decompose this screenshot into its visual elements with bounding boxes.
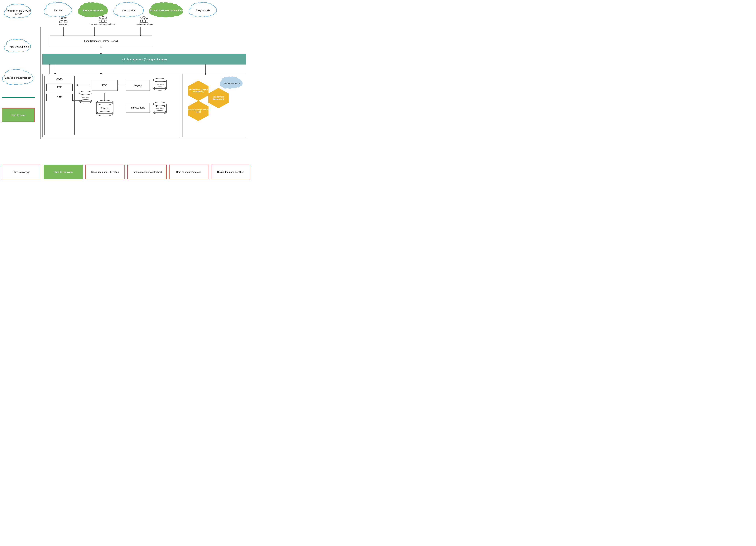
saas-label: SaaS Applications [222, 81, 242, 86]
cloud-cloud-native-label: Cloud native [121, 8, 137, 14]
cloud-expand-business-label: Expand business capabilities [148, 8, 184, 14]
inhouse-box: In-house Tools [126, 103, 150, 113]
cloud-automation-devops: Automation and DevOps (CI/CD) [3, 3, 35, 22]
svg-point-5 [105, 17, 107, 19]
svg-point-6 [141, 17, 142, 19]
svg-point-8 [146, 17, 148, 19]
main-diagram: SOAP/XML REST/JSON, GraphQL, Websocket [40, 27, 248, 139]
svg-point-0 [60, 17, 62, 19]
legacy-box: Legacy [126, 80, 150, 91]
hard-manage-label: Hard to manage [13, 171, 30, 173]
bottom-box-hard-monitor: Hard to monitor/troubleshoot [127, 165, 167, 179]
new-services-box: New services (Legacy functionality) New … [183, 74, 246, 137]
hex-legacy-func-label: New services (Legacy functionality) [186, 88, 210, 94]
hex-inhouse-label: New services (in-house tools) [186, 108, 210, 114]
bottom-box-hard-manage: Hard to manage [2, 165, 41, 179]
divider-line [2, 97, 35, 98]
legacy-components-box: COTS ERP CRM User store [42, 74, 180, 137]
hard-to-scale-label: Hard to scale [11, 114, 26, 117]
appdev-label: Application Developers [136, 23, 153, 25]
person-group-appdev: Application Developers [136, 16, 153, 25]
distributed-label: Distributed user identities [217, 171, 244, 173]
hard-monitor-label: Hard to monitor/troubleshoot [132, 171, 162, 173]
bottom-box-hard-update: Hard to update/upgrade [169, 165, 208, 179]
erp-box: ERP [46, 84, 73, 91]
cloud-automation-label: Automation and DevOps (CI/CD) [3, 8, 35, 17]
user-store-cots-label: User store [82, 96, 89, 98]
cots-label: COTS [56, 78, 62, 81]
crm-label: CRM [57, 96, 62, 99]
svg-point-3 [99, 17, 101, 19]
rest-label: REST/JSON, GraphQL, Websocket [90, 23, 116, 25]
cloud-easy-manage-label: Easy to manage/monitor [3, 75, 32, 81]
cloud-easy-innovate-label: Easy to innovate [81, 7, 105, 14]
bottom-box-resource: Resource under utilization [85, 165, 125, 179]
hard-innovate-label: Hard to Innovate [54, 171, 73, 173]
cloud-easy-scale: Easy to scale [187, 2, 219, 19]
user-store-legacy-label: User store [156, 83, 164, 85]
load-balancer-label: Load Balancer / Proxy / Firewall [84, 40, 118, 42]
cloud-flexible-label: Flexible [53, 8, 64, 14]
person-group-soap: SOAP/XML [59, 16, 68, 25]
cots-box: COTS ERP CRM [44, 76, 75, 135]
api-management-label: API Management (Strangler Facade) [122, 58, 167, 61]
legacy-label: Legacy [134, 84, 142, 87]
soap-label: SOAP/XML [59, 24, 68, 25]
cloud-agile: Agile Development [3, 38, 35, 55]
cloud-easy-manage: Easy to manage/monitor [1, 69, 35, 87]
load-balancer-box: Load Balancer / Proxy / Firewall [50, 36, 152, 46]
cloud-agile-label: Agile Development [7, 44, 30, 50]
hex-innovation-label: New services (Innovation) [207, 95, 230, 101]
svg-point-2 [65, 17, 67, 19]
database-label: Database [100, 107, 109, 109]
bottom-box-distributed: Distributed user identities [211, 165, 250, 179]
svg-point-1 [62, 17, 65, 19]
esb-label: ESB [102, 84, 107, 87]
bottom-box-hard-innovate: Hard to Innovate [44, 165, 83, 179]
user-store-legacy: User store [152, 78, 167, 91]
svg-point-4 [102, 16, 104, 19]
cloud-saas: SaaS Applications [219, 76, 245, 91]
user-store-cots: User store [78, 91, 93, 104]
hex-inhouse: New services (in-house tools) [186, 100, 210, 122]
svg-point-7 [143, 16, 145, 19]
bottom-boxes-row: Hard to manage Hard to Innovate Resource… [2, 165, 250, 179]
hard-update-label: Hard to update/upgrade [176, 171, 201, 173]
esb-box: ESB [92, 80, 118, 91]
person-group-rest: REST/JSON, GraphQL, Websocket [90, 16, 116, 25]
resource-label: Resource under utilization [91, 171, 119, 173]
hard-to-scale-box: Hard to scale [2, 108, 35, 122]
cloud-flexible: Flexible [42, 2, 74, 19]
cloud-easy-scale-label: Easy to scale [194, 8, 211, 14]
user-store-inhouse-label: User store [156, 107, 164, 109]
crm-box: CRM [46, 94, 73, 101]
inhouse-label: In-house Tools [131, 106, 145, 109]
cloud-expand-business: Expand business capabilities [148, 2, 185, 19]
user-store-inhouse: User store [152, 102, 167, 115]
api-management-bar: API Management (Strangler Facade) [42, 54, 246, 65]
erp-label: ERP [57, 86, 62, 89]
database-cylinder: Database [96, 100, 114, 116]
